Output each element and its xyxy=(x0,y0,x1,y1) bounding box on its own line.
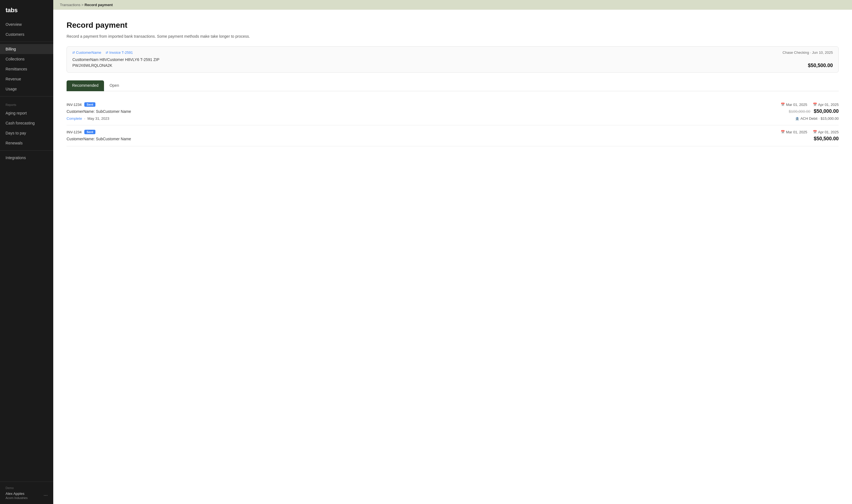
user-info: Alex Apples Acorn Industries ··· xyxy=(5,491,48,500)
sub-amount: $15,000.00 xyxy=(821,116,839,121)
sidebar-item-billing[interactable]: Billing xyxy=(0,44,53,54)
main-content: Transactions > Record payment Record pay… xyxy=(53,0,852,504)
complete-status: Complete xyxy=(67,116,82,121)
invoice-id: INV-1234 xyxy=(67,103,82,107)
invoice-row-bottom: CustomerName: SubCustomer Name $100,000.… xyxy=(67,108,839,114)
invoice-row: INV-1234 Sent 📅 Mar 01, 2025 📅 Apr 01, 2… xyxy=(67,98,839,125)
sidebar-item-usage[interactable]: Usage xyxy=(0,84,53,94)
invoice-row-right: 📅 Mar 01, 2025 📅 Apr 01, 2025 xyxy=(781,103,839,107)
sidebar-item-customers[interactable]: Customers xyxy=(0,30,53,39)
invoice-badge: Sent xyxy=(84,102,95,107)
sidebar-item-days-to-pay[interactable]: Days to pay xyxy=(0,128,53,138)
transaction-card-header: ⇄ CustomerName ⇄ Invoice T-2591 Chase Ch… xyxy=(72,51,833,55)
sub-date: May 31, 2023 xyxy=(87,116,109,121)
ach-label: ACH Debit xyxy=(800,116,817,121)
invoice-sub-right: 🏦 ACH Debit · $15,000.00 xyxy=(795,116,839,121)
sidebar-item-cash-forecasting[interactable]: Cash forecasting xyxy=(0,118,53,128)
sidebar-item-overview[interactable]: Overview xyxy=(0,19,53,30)
invoice-row-top: INV-1234 Sent 📅 Mar 01, 2025 📅 Apr 01, 2… xyxy=(67,102,839,107)
breadcrumb: Transactions > Record payment xyxy=(53,0,852,10)
invoice-customer: CustomerName: SubCustomer Name xyxy=(67,109,131,114)
amount-current: $50,000.00 xyxy=(814,108,839,114)
tab-open[interactable]: Open xyxy=(104,80,125,91)
tabs-bar: Recommended Open xyxy=(67,80,839,91)
calendar-due-icon: 📅 xyxy=(813,103,817,106)
company-name: Acorn Industries xyxy=(5,496,28,500)
transaction-description: CusttomerNam H8VCustomer H8VLY6 T-2591 Z… xyxy=(72,57,159,69)
breadcrumb-separator: > xyxy=(82,3,84,7)
invoice-row-2-left: INV-1234 Sent xyxy=(67,130,95,134)
demo-label: Demo xyxy=(5,486,48,490)
invoice-row-2-bottom: CustomerName: SubCustomer Name $50,500.0… xyxy=(67,136,839,142)
sidebar-footer: Demo Alex Apples Acorn Industries ··· xyxy=(0,482,53,504)
invoice-amounts: $100,000.00 $50,000.00 xyxy=(789,108,839,114)
invoice-id-2: INV-1234 xyxy=(67,130,82,134)
invoice-row-left: INV-1234 Sent xyxy=(67,102,95,107)
sidebar-item-collections[interactable]: Collections xyxy=(0,54,53,64)
transaction-links: ⇄ CustomerName ⇄ Invoice T-2591 xyxy=(72,51,133,55)
breadcrumb-current: Record payment xyxy=(85,3,113,7)
sidebar-item-aging-report[interactable]: Aging report xyxy=(0,108,53,118)
reports-section-label: Reports xyxy=(0,99,53,108)
content-area: Record payment Record a payment from imp… xyxy=(53,10,852,504)
amount-original: $100,000.00 xyxy=(789,109,811,114)
invoice-sub-row: Complete · May 31, 2023 🏦 ACH Debit · $1… xyxy=(67,114,839,121)
transaction-card-body: CusttomerNam H8VCustomer H8VLY6 T-2591 Z… xyxy=(72,57,833,69)
customer-link-icon: ⇄ xyxy=(72,51,75,54)
page-description: Record a payment from imported bank tran… xyxy=(67,34,839,38)
invoice-badge-2: Sent xyxy=(84,130,95,134)
sidebar: tabs Overview Customers Billing Collecti… xyxy=(0,0,53,504)
due-date-2: 📅 Apr 01, 2025 xyxy=(813,130,839,134)
calendar-icon: 📅 xyxy=(781,103,785,106)
sidebar-item-integrations[interactable]: Integrations xyxy=(0,153,53,163)
sidebar-item-revenue[interactable]: Revenue xyxy=(0,74,53,84)
invoice-link[interactable]: ⇄ Invoice T-2591 xyxy=(106,51,133,55)
transaction-amount: $50,500.00 xyxy=(808,62,833,69)
invoice-sub-left: Complete · May 31, 2023 xyxy=(67,116,109,121)
issue-date-2: 📅 Mar 01, 2025 xyxy=(781,130,807,134)
invoice-row-2: INV-1234 Sent 📅 Mar 01, 2025 📅 Apr 01, 2… xyxy=(67,125,839,146)
invoice-link-icon: ⇄ xyxy=(106,51,108,54)
page-title: Record payment xyxy=(67,21,839,30)
customer-name-label: CustomerName xyxy=(76,51,101,55)
sidebar-nav: Overview Customers Billing Collections R… xyxy=(0,19,53,482)
sidebar-item-remittances[interactable]: Remittances xyxy=(0,64,53,74)
tab-recommended[interactable]: Recommended xyxy=(67,80,104,91)
bank-icon: 🏦 xyxy=(795,117,799,121)
user-name: Alex Apples xyxy=(5,491,28,496)
customer-name-link[interactable]: ⇄ CustomerName xyxy=(72,51,101,55)
transaction-meta: Chase Checking · Jun 10, 2025 xyxy=(783,51,833,55)
invoice-amounts-2: $50,500.00 xyxy=(814,136,839,142)
user-details: Alex Apples Acorn Industries xyxy=(5,491,28,500)
calendar-due-icon-2: 📅 xyxy=(813,130,817,134)
amount-current-2: $50,500.00 xyxy=(814,136,839,142)
invoice-label: Invoice T-2591 xyxy=(109,51,133,55)
breadcrumb-parent[interactable]: Transactions xyxy=(60,3,81,7)
calendar-icon-2: 📅 xyxy=(781,130,785,134)
issue-date: 📅 Mar 01, 2025 xyxy=(781,103,807,107)
user-menu-button[interactable]: ··· xyxy=(43,492,48,498)
invoice-row-2-right: 📅 Mar 01, 2025 📅 Apr 01, 2025 xyxy=(781,130,839,134)
transaction-card: ⇄ CustomerName ⇄ Invoice T-2591 Chase Ch… xyxy=(67,46,839,73)
invoice-row-2-top: INV-1234 Sent 📅 Mar 01, 2025 📅 Apr 01, 2… xyxy=(67,130,839,134)
sidebar-item-renewals[interactable]: Renewals xyxy=(0,138,53,148)
invoice-customer-2: CustomerName: SubCustomer Name xyxy=(67,137,131,141)
app-logo: tabs xyxy=(0,0,53,19)
due-date: 📅 Apr 01, 2025 xyxy=(813,103,839,107)
